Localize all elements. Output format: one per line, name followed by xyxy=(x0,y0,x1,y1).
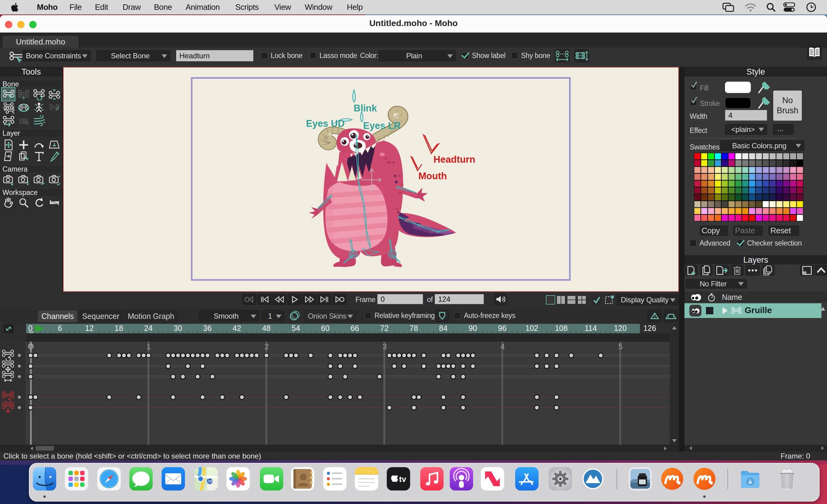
svg-text:Mouth: Mouth xyxy=(419,171,447,181)
svg-text:102: 102 xyxy=(525,324,538,332)
svg-text:3: 3 xyxy=(383,342,387,351)
svg-text:42: 42 xyxy=(233,324,241,332)
svg-text:66: 66 xyxy=(350,324,359,332)
svg-text:0: 0 xyxy=(28,324,33,332)
svg-text:Headturn: Headturn xyxy=(433,154,475,165)
svg-text:78: 78 xyxy=(409,324,418,332)
svg-text:18: 18 xyxy=(114,324,123,332)
svg-text:108: 108 xyxy=(555,324,568,332)
svg-text:36: 36 xyxy=(203,324,212,332)
svg-text:54: 54 xyxy=(292,324,300,332)
svg-text:60: 60 xyxy=(321,324,330,332)
svg-text:2: 2 xyxy=(264,342,269,351)
svg-text:Eyes LR: Eyes LR xyxy=(363,120,401,131)
svg-text:tv: tv xyxy=(399,474,406,484)
svg-text:24: 24 xyxy=(144,324,153,332)
svg-text:48: 48 xyxy=(262,324,271,332)
svg-text:114: 114 xyxy=(585,324,597,332)
svg-text:84: 84 xyxy=(439,324,448,332)
svg-text:1: 1 xyxy=(147,342,151,351)
svg-text:90: 90 xyxy=(469,324,477,332)
svg-text:280: 280 xyxy=(208,480,213,483)
svg-text:12: 12 xyxy=(85,324,94,332)
svg-text:72: 72 xyxy=(380,324,389,332)
svg-text:126: 126 xyxy=(643,324,656,332)
svg-text:4: 4 xyxy=(500,342,505,351)
svg-text:96: 96 xyxy=(498,324,506,332)
svg-text:6: 6 xyxy=(58,324,62,332)
svg-text:120: 120 xyxy=(614,324,627,332)
svg-text:5: 5 xyxy=(619,342,623,351)
svg-text:Eyes UD: Eyes UD xyxy=(306,118,345,129)
svg-text:30: 30 xyxy=(174,324,182,332)
svg-text:Blink: Blink xyxy=(354,103,377,114)
